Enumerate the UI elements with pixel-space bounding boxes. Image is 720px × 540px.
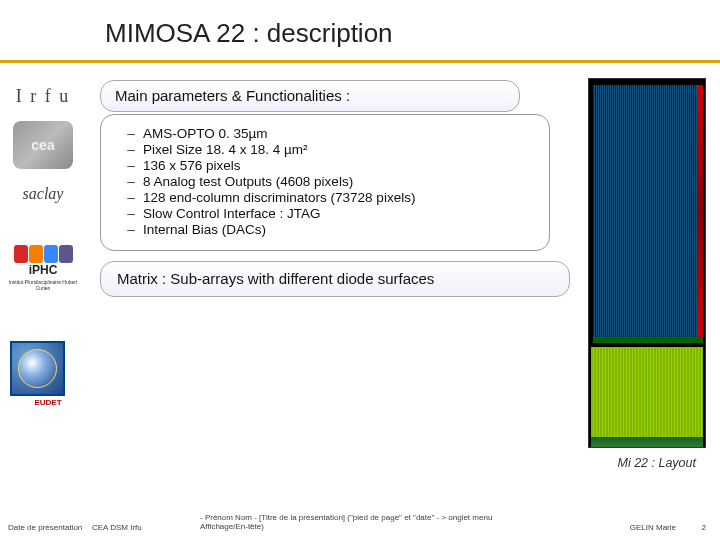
logo-iphc: iPHC Institut Pluridisciplinaire Hubert …: [8, 245, 78, 291]
title-underline: [0, 60, 720, 63]
footer-date: Date de présentation: [8, 523, 82, 532]
param-text: AMS-OPTO 0. 35µm: [143, 126, 268, 141]
chip-matrix-region: [593, 85, 701, 337]
chip-layout-image: [588, 78, 706, 448]
bullet-dash: –: [119, 222, 143, 237]
logo-saclay: saclay: [8, 183, 78, 205]
list-item: –128 end-column discriminators (73728 pi…: [119, 190, 531, 205]
list-item: –Slow Control Interface : JTAG: [119, 206, 531, 221]
matrix-box: Matrix : Sub-arrays with different diode…: [100, 261, 570, 297]
bullet-dash: –: [119, 190, 143, 205]
iphc-icon: [14, 245, 73, 263]
iphc-subtext: Institut Pluridisciplinaire Hubert Curie…: [8, 279, 78, 291]
footer-author: GELIN Marie: [630, 523, 676, 532]
list-item: –136 x 576 pixels: [119, 158, 531, 173]
logo-eudet-wrap: EUDET: [8, 341, 88, 407]
layout-caption: Mi 22 : Layout: [617, 456, 696, 470]
list-item: –8 Analog test Outputs (4608 pixels): [119, 174, 531, 189]
logo-sidebar: I r f u cea saclay iPHC Institut Pluridi…: [8, 85, 88, 407]
param-text: Pixel Size 18. 4 x 18. 4 µm²: [143, 142, 308, 157]
list-item: –Internal Bias (DACs): [119, 222, 531, 237]
chip-right-rail: [697, 85, 703, 337]
iphc-text: iPHC: [29, 263, 58, 277]
logo-eudet: [10, 341, 65, 396]
slide-title: MIMOSA 22 : description: [95, 18, 710, 49]
logo-cea-badge: cea: [13, 121, 73, 169]
bullet-dash: –: [119, 206, 143, 221]
eudet-caption: EUDET: [8, 398, 88, 407]
param-text: 136 x 576 pixels: [143, 158, 241, 173]
footer-page: 2: [702, 523, 706, 532]
chip-divider: [593, 337, 703, 343]
chip-bottom-region: [591, 347, 703, 441]
param-text: 128 end-column discriminators (73728 pix…: [143, 190, 415, 205]
list-item: –AMS-OPTO 0. 35µm: [119, 126, 531, 141]
params-header: Main parameters & Functionalities :: [115, 87, 350, 104]
logo-cea: cea: [8, 121, 78, 169]
bullet-dash: –: [119, 174, 143, 189]
logo-irfu: I r f u: [8, 85, 78, 107]
param-text: Internal Bias (DACs): [143, 222, 266, 237]
bullet-dash: –: [119, 142, 143, 157]
globe-icon: [18, 349, 57, 388]
matrix-label: Matrix : Sub-arrays with different diode…: [117, 270, 434, 287]
params-header-box: Main parameters & Functionalities :: [100, 80, 520, 112]
footer-mid: - Prénom Nom - [Titre de la présentation…: [200, 513, 530, 532]
list-item: –Pixel Size 18. 4 x 18. 4 µm²: [119, 142, 531, 157]
param-text: 8 Analog test Outputs (4608 pixels): [143, 174, 353, 189]
bullet-dash: –: [119, 126, 143, 141]
slide: MIMOSA 22 : description I r f u cea sacl…: [0, 0, 720, 540]
params-list-box: –AMS-OPTO 0. 35µm –Pixel Size 18. 4 x 18…: [100, 114, 550, 251]
chip-bottom-stripe: [591, 437, 703, 447]
footer-org: CEA DSM Irfu: [92, 523, 142, 532]
param-text: Slow Control Interface : JTAG: [143, 206, 321, 221]
bullet-dash: –: [119, 158, 143, 173]
